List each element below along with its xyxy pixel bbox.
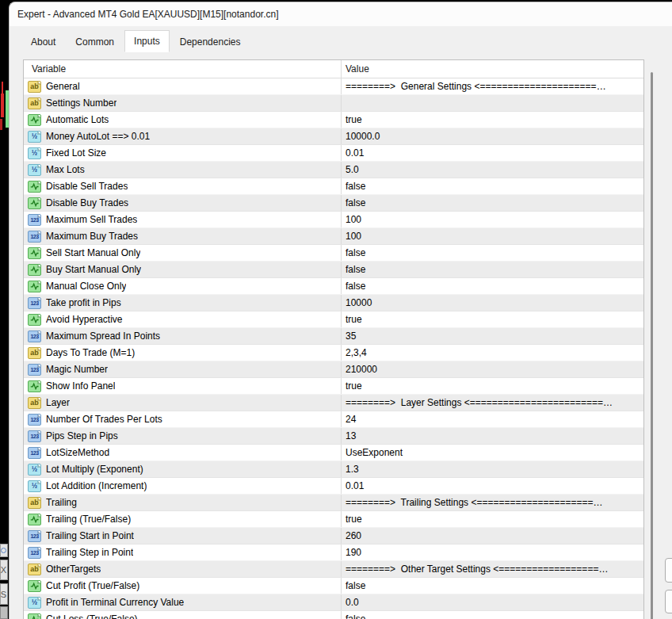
table-row[interactable]: ab Layer ========> Layer Settings <=====… [24,395,643,411]
variable-cell: 123 Magic Number [24,361,341,377]
value-cell[interactable]: ========> Layer Settings <==============… [341,395,643,411]
table-row[interactable]: Disable Sell Trades false [24,178,643,195]
table-row[interactable]: ab Settings Number [24,95,643,112]
table-row[interactable]: Buy Start Manual Only false [24,262,643,278]
table-row[interactable]: 123 LotSizeMethod UseExponent [24,445,643,461]
table-row[interactable]: ½ Lot Multiply (Exponent) 1.3 [24,461,643,478]
tab-inputs[interactable]: Inputs [124,30,170,52]
table-row[interactable]: Disable Buy Trades false [24,195,643,212]
table-row[interactable]: 123 Number Of Trades Per Lots 24 [24,411,643,428]
variable-name: Maximum Buy Trades [46,231,138,242]
string-type-icon: ab [28,564,41,575]
table-row[interactable]: ab Days To Trade (M=1) 2,3,4 [24,345,643,361]
value-cell[interactable]: 0.0 [341,594,643,610]
background-toolbar-fragment-s: S [0,583,8,605]
value-cell[interactable]: 10000 [341,295,643,311]
table-row[interactable]: ab General ========> General Settings <=… [24,78,643,95]
table-row[interactable]: 123 Pips Step in Pips 13 [24,428,643,445]
integer-type-icon: 123 [28,297,41,309]
variable-name: Number Of Trades Per Lots [46,414,162,425]
tab-about[interactable]: About [21,32,65,52]
table-row[interactable]: ab OtherTargets ========> Other Target S… [24,561,643,578]
value-cell[interactable]: 260 [341,528,643,544]
table-row[interactable]: 123 Take profit in Pips 10000 [24,295,643,311]
value-cell[interactable]: 100 [341,212,643,227]
variable-cell: Sell Start Manual Only [24,245,341,261]
table-row[interactable]: ½ Profit in Terminal Currency Value 0.0 [24,594,643,611]
value-cell[interactable]: UseExponent [341,445,643,460]
variable-name: Manual Close Only [46,281,126,292]
value-cell[interactable]: true [341,511,643,527]
tab-common[interactable]: Common [66,32,124,52]
variable-cell: 123 Pips Step in Pips [24,428,341,444]
variable-name: LotSizeMethod [46,447,109,458]
table-row[interactable]: 123 Maximum Spread In Points 35 [24,328,643,345]
variable-cell: 123 LotSizeMethod [24,445,341,460]
table-row[interactable]: 123 Magic Number 210000 [24,361,643,378]
background-toolbar-fragment-x: X [0,560,8,580]
value-cell[interactable]: 210000 [341,361,643,377]
value-cell[interactable]: false [341,611,643,619]
boolean-type-icon [28,380,41,392]
variable-name: Cut Profit (True/False) [46,580,139,591]
table-row[interactable]: 123 Trailing Step in Point 190 [24,544,643,561]
dialog-titlebar[interactable]: Expert - Advanced MT4 Gold EA[XAUUSD][M1… [10,2,672,26]
boolean-type-icon [28,580,41,592]
value-cell[interactable]: false [341,245,643,261]
variable-cell: 123 Maximum Buy Trades [24,228,341,244]
value-cell[interactable]: false [341,178,643,194]
table-row[interactable]: Trailing (True/False) true [24,511,643,528]
table-row[interactable]: 123 Maximum Sell Trades 100 [24,212,643,228]
string-type-icon: ab [28,497,41,509]
value-cell[interactable]: ========> Trailing Settings <===========… [341,495,643,510]
value-cell[interactable]: 100 [341,228,643,244]
value-cell[interactable]: 35 [341,328,643,344]
value-cell[interactable]: 1.3 [341,461,643,477]
table-row[interactable]: Manual Close Only false [24,278,643,295]
table-row[interactable]: Avoid Hyperactive true [24,311,643,328]
value-cell[interactable]: 13 [341,428,643,444]
clipped-side-button-1[interactable] [665,558,672,583]
table-row[interactable]: Cut Loss (True/False) false [24,611,643,619]
variable-cell: 123 Maximum Spread In Points [24,328,341,344]
value-cell[interactable]: 0.01 [341,478,643,494]
value-cell[interactable]: 5.0 [341,162,643,178]
variable-cell: ½ Lot Addition (Increment) [24,478,341,494]
value-cell[interactable]: true [341,112,643,128]
value-cell[interactable]: 10000.0 [341,128,643,144]
value-cell[interactable]: true [341,311,643,327]
boolean-type-icon [28,281,41,292]
table-row[interactable]: 123 Trailing Start in Point 260 [24,528,643,544]
table-row[interactable]: Cut Profit (True/False) false [24,578,643,594]
value-cell[interactable]: false [341,578,643,594]
boolean-type-icon [28,247,41,259]
table-row[interactable]: ½ Lot Addition (Increment) 0.01 [24,478,643,495]
value-cell[interactable]: false [341,262,643,277]
value-cell[interactable]: 2,3,4 [341,345,643,361]
table-row[interactable]: Sell Start Manual Only false [24,245,643,262]
clipped-side-button-2[interactable] [665,590,672,613]
value-cell[interactable]: 0.01 [341,145,643,161]
value-cell[interactable]: true [341,378,643,394]
vertical-scrollbar[interactable] [651,72,653,619]
value-cell[interactable]: ========> General Settings <============… [341,78,643,94]
table-row[interactable]: Automatic Lots true [24,112,643,128]
chart-candle-wick [2,82,3,94]
table-row[interactable]: Show Info Panel true [24,378,643,395]
table-row[interactable]: 123 Maximum Buy Trades 100 [24,228,643,245]
table-row[interactable]: ½ Max Lots 5.0 [24,162,643,178]
table-row[interactable]: ½ Money AutoLot ==> 0.01 10000.0 [24,128,643,145]
variable-name: Disable Buy Trades [46,197,128,208]
boolean-type-icon [28,181,41,193]
table-row[interactable]: ½ Fixed Lot Size 0.01 [24,145,643,162]
value-cell[interactable]: 190 [341,544,643,560]
value-cell[interactable]: false [341,195,643,211]
value-cell[interactable] [341,95,643,111]
value-cell[interactable]: ========> Other Target Settings <=======… [341,561,643,577]
tab-dependencies[interactable]: Dependencies [170,32,250,52]
table-row[interactable]: ab Trailing ========> Trailing Settings … [24,495,643,511]
variable-cell: ab Layer [24,395,341,411]
value-cell[interactable]: 24 [341,411,643,427]
value-cell[interactable]: false [341,278,643,294]
variable-cell: ab General [24,78,341,94]
